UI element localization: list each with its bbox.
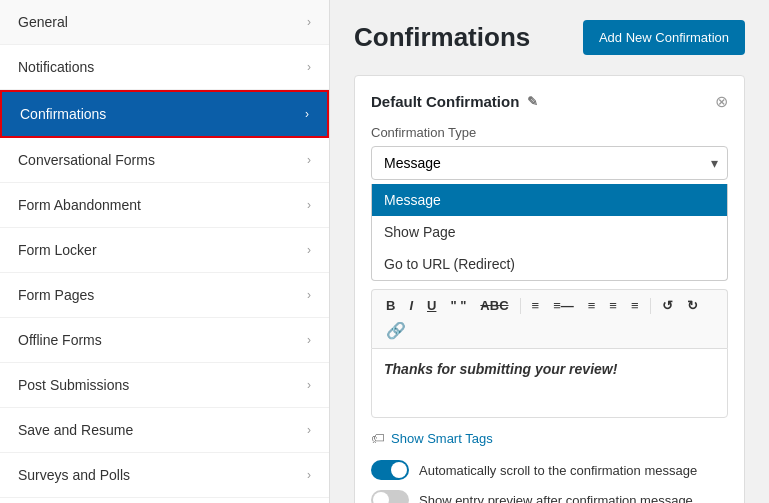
chevron-icon: › (307, 423, 311, 437)
chevron-icon: › (307, 15, 311, 29)
toolbar-ordered-list[interactable]: ≡— (547, 295, 580, 316)
toolbar-unordered-list[interactable]: ≡ (526, 295, 546, 316)
chevron-icon: › (307, 153, 311, 167)
dropdown-item-message[interactable]: Message (372, 184, 727, 216)
sidebar-item-save-and-resume[interactable]: Save and Resume› (0, 408, 329, 453)
main-header: Confirmations Add New Confirmation (354, 20, 745, 55)
chevron-icon: › (307, 198, 311, 212)
sidebar-item-label: Save and Resume (18, 422, 133, 438)
chevron-icon: › (307, 333, 311, 347)
toggle-auto-scroll[interactable] (371, 460, 409, 480)
toolbar-blockquote[interactable]: " " (444, 295, 472, 316)
toolbar-align-center[interactable]: ≡ (603, 295, 623, 316)
toolbar-strikethrough[interactable]: ABC (474, 295, 514, 316)
toolbar-undo[interactable]: ↺ (656, 295, 679, 316)
editor-toolbar: B I U " " ABC ≡ ≡— ≡ ≡ ≡ ↺ ↻ 🔗 (371, 289, 728, 348)
sidebar-item-surveys-and-polls[interactable]: Surveys and Polls› (0, 453, 329, 498)
chevron-icon: › (307, 468, 311, 482)
sidebar-item-notifications[interactable]: Notifications› (0, 45, 329, 90)
toggle-auto-scroll-row: Automatically scroll to the confirmation… (371, 460, 728, 480)
toolbar-italic[interactable]: I (403, 295, 419, 316)
toolbar-align-left[interactable]: ≡ (582, 295, 602, 316)
dropdown-item-show-page[interactable]: Show Page (372, 216, 727, 248)
confirmation-type-dropdown: MessageShow PageGo to URL (Redirect) (371, 184, 728, 281)
toggle-entry-preview[interactable] (371, 490, 409, 503)
toggle-auto-scroll-label: Automatically scroll to the confirmation… (419, 463, 697, 478)
sidebar-item-form-pages[interactable]: Form Pages› (0, 273, 329, 318)
card-header: Default Confirmation ✎ ⊗ (371, 92, 728, 111)
sidebar-item-label: Conversational Forms (18, 152, 155, 168)
sidebar-item-label: Form Pages (18, 287, 94, 303)
sidebar-item-conversational-forms[interactable]: Conversational Forms› (0, 138, 329, 183)
edit-icon[interactable]: ✎ (527, 94, 538, 109)
dropdown-item-go-to-url-(redirect)[interactable]: Go to URL (Redirect) (372, 248, 727, 280)
sidebar-item-label: Notifications (18, 59, 94, 75)
chevron-icon: › (307, 60, 311, 74)
close-icon[interactable]: ⊗ (715, 92, 728, 111)
smart-tags-label[interactable]: Show Smart Tags (391, 431, 493, 446)
sidebar: General›Notifications›Confirmations›Conv… (0, 0, 330, 503)
sidebar-item-label: General (18, 14, 68, 30)
editor-content: Thanks for submitting your review! (384, 361, 617, 377)
sidebar-item-label: Form Locker (18, 242, 97, 258)
card-title: Default Confirmation ✎ (371, 93, 538, 110)
toolbar-separator-1 (520, 298, 521, 314)
sidebar-item-general[interactable]: General› (0, 0, 329, 45)
sidebar-item-label: Confirmations (20, 106, 106, 122)
sidebar-item-form-locker[interactable]: Form Locker› (0, 228, 329, 273)
editor-area[interactable]: Thanks for submitting your review! (371, 348, 728, 418)
toolbar-separator-2 (650, 298, 651, 314)
sidebar-item-post-submissions[interactable]: Post Submissions› (0, 363, 329, 408)
default-confirmation-card: Default Confirmation ✎ ⊗ Confirmation Ty… (354, 75, 745, 503)
sidebar-item-offline-forms[interactable]: Offline Forms› (0, 318, 329, 363)
sidebar-item-label: Surveys and Polls (18, 467, 130, 483)
page-title: Confirmations (354, 22, 530, 53)
add-confirmation-button[interactable]: Add New Confirmation (583, 20, 745, 55)
toolbar-underline[interactable]: U (421, 295, 442, 316)
chevron-icon: › (307, 243, 311, 257)
toolbar-redo[interactable]: ↻ (681, 295, 704, 316)
sidebar-item-confirmations[interactable]: Confirmations› (0, 90, 329, 138)
confirmation-type-label: Confirmation Type (371, 125, 728, 140)
sidebar-item-form-abandonment[interactable]: Form Abandonment› (0, 183, 329, 228)
smart-tags-row: 🏷 Show Smart Tags (371, 430, 728, 446)
toolbar-link[interactable]: 🔗 (380, 318, 412, 343)
toggle-entry-preview-row: Show entry preview after confirmation me… (371, 490, 728, 503)
confirmation-type-select[interactable]: Message Show Page Go to URL (Redirect) (371, 146, 728, 180)
chevron-icon: › (307, 378, 311, 392)
toolbar-bold[interactable]: B (380, 295, 401, 316)
tag-icon: 🏷 (371, 430, 385, 446)
toolbar-align-right[interactable]: ≡ (625, 295, 645, 316)
chevron-icon: › (305, 107, 309, 121)
sidebar-item-label: Post Submissions (18, 377, 129, 393)
confirmation-type-select-wrapper: Message Show Page Go to URL (Redirect) ▾ (371, 146, 728, 180)
toggle-entry-preview-label: Show entry preview after confirmation me… (419, 493, 693, 504)
chevron-icon: › (307, 288, 311, 302)
sidebar-item-label: Form Abandonment (18, 197, 141, 213)
main-content: Confirmations Add New Confirmation Defau… (330, 0, 769, 503)
sidebar-item-label: Offline Forms (18, 332, 102, 348)
sidebar-item-user-registration[interactable]: User Registration› (0, 498, 329, 503)
